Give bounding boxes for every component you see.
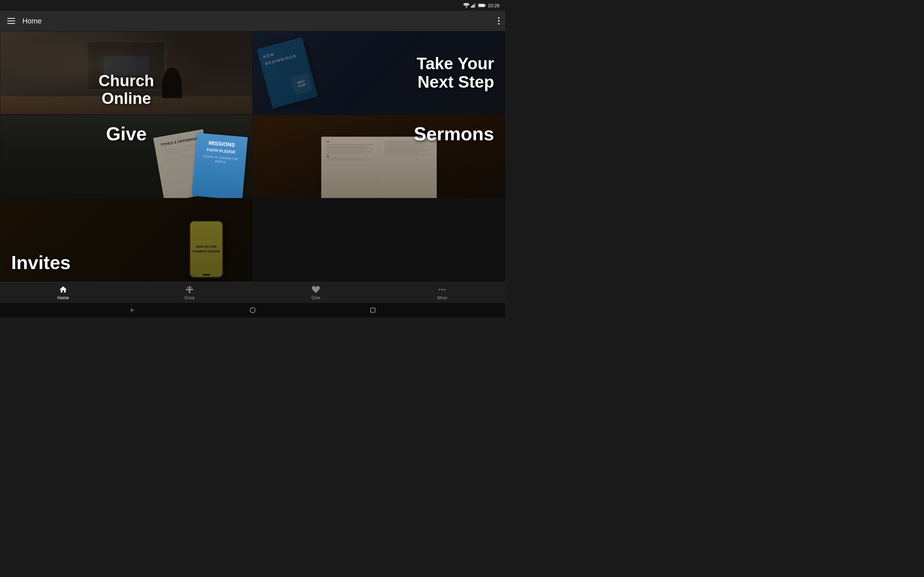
svg-point-12 [439, 289, 440, 290]
svg-rect-6 [485, 5, 486, 6]
next-step-card[interactable]: NEW BEGINNINGS NEXTSTEP Take Your Next S… [253, 31, 505, 115]
hamburger-menu-button[interactable] [6, 16, 16, 25]
hamburger-line-3 [7, 23, 15, 24]
back-button[interactable] [129, 306, 136, 314]
home-nav-label: Home [57, 295, 69, 300]
svg-rect-2 [472, 5, 473, 8]
more-placeholder-card [253, 198, 505, 282]
status-time: 10:26 [488, 3, 499, 8]
missions-paper: MISSIONS FAITH PLEDGE GIVING TO CHANGE T… [192, 133, 248, 198]
svg-rect-9 [186, 289, 193, 290]
svg-rect-10 [187, 287, 188, 288]
svg-rect-7 [479, 4, 485, 6]
give-nav-icon [312, 285, 320, 294]
invites-card[interactable]: JOIN US FOR CHURCH ONLINE Invites [0, 198, 253, 282]
hamburger-line-1 [7, 18, 15, 19]
give-card[interactable]: TITHES & OFFERINGS MISSIONS FAITH PLEDGE… [0, 115, 253, 198]
app-bar: Home [0, 11, 505, 31]
nav-item-more[interactable]: More [379, 283, 505, 303]
main-grid: Church Online NEW BEGINNINGS NEXTSTEP Ta… [0, 31, 505, 282]
recent-apps-button[interactable] [369, 306, 376, 314]
invites-label: Invites [11, 253, 71, 273]
home-circle-icon [250, 307, 255, 313]
system-navigation-bar [0, 303, 505, 318]
nav-item-grow[interactable]: Grow [126, 283, 253, 303]
more-nav-label: More [437, 295, 447, 300]
home-nav-icon [59, 285, 68, 294]
sermons-label: Sermons [414, 124, 494, 144]
svg-point-14 [444, 289, 446, 290]
svg-rect-11 [191, 287, 192, 288]
nav-item-home[interactable]: Home [0, 283, 126, 303]
church-online-card[interactable]: Church Online [0, 31, 253, 115]
overflow-menu-button[interactable] [498, 17, 499, 24]
grow-nav-icon [185, 285, 194, 294]
signal-icon [471, 3, 477, 8]
recent-apps-icon [370, 308, 375, 313]
next-step-label: Take Your Next Step [417, 55, 494, 91]
svg-point-13 [441, 289, 443, 290]
more-dot-3 [498, 23, 499, 24]
grow-nav-label: Grow [184, 295, 195, 300]
home-system-button[interactable] [249, 306, 256, 314]
bottom-nav: Home Grow Give [0, 282, 505, 303]
svg-point-0 [466, 7, 467, 8]
svg-rect-1 [471, 6, 472, 8]
church-online-label: Church Online [99, 72, 154, 107]
app-title: Home [23, 17, 42, 25]
hamburger-line-2 [7, 21, 15, 21]
give-nav-label: Give [312, 295, 320, 300]
sermons-card[interactable]: 14 16 [253, 115, 505, 198]
battery-icon [478, 3, 486, 8]
svg-rect-4 [475, 3, 476, 8]
app-bar-left: Home [6, 16, 42, 25]
nav-item-give[interactable]: Give [253, 283, 379, 303]
wifi-icon [463, 3, 470, 8]
give-label: Give [106, 124, 147, 144]
svg-rect-3 [473, 4, 475, 8]
more-nav-icon [438, 285, 446, 294]
more-dot-1 [498, 17, 499, 19]
status-icons: 10:26 [463, 3, 499, 8]
status-bar: 10:26 [0, 0, 505, 11]
more-dot-2 [498, 20, 499, 22]
